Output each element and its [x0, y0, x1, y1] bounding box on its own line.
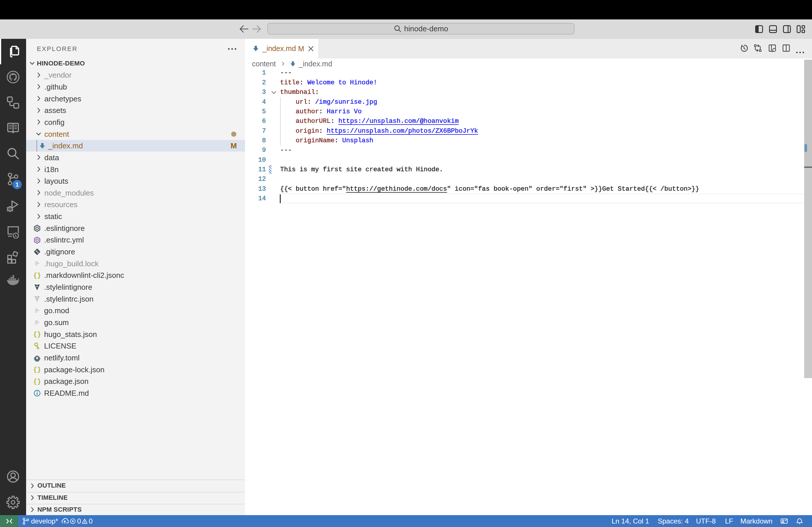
svg-text:{}: {} — [33, 331, 41, 338]
svg-text:{}: {} — [33, 272, 41, 279]
svg-text:{}: {} — [33, 366, 41, 373]
svg-text:{}: {} — [33, 378, 41, 385]
